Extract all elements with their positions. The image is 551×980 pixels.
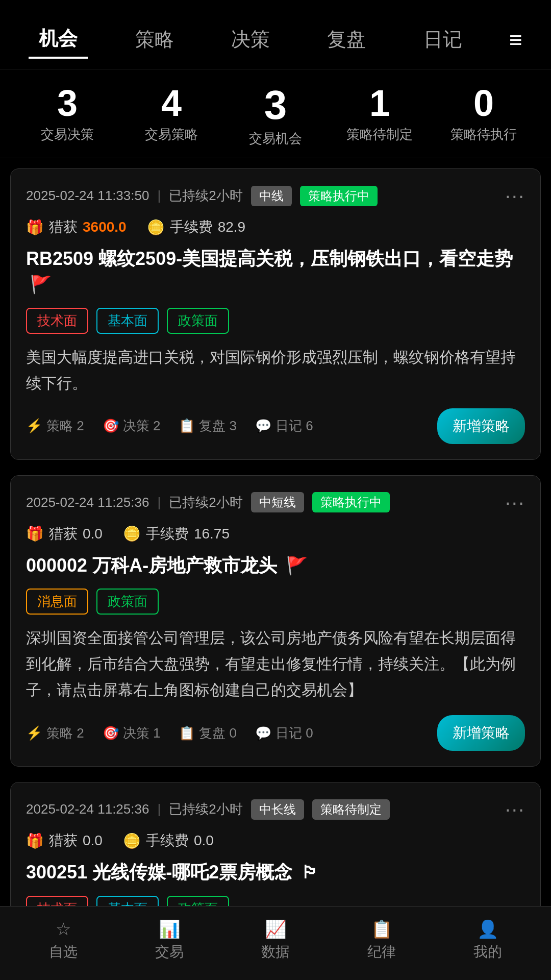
- card-2-more-button[interactable]: ···: [505, 491, 525, 514]
- stat-strategies: 4 交易策略: [119, 85, 223, 143]
- card-1-add-strategy-button[interactable]: 新增策略: [437, 408, 525, 444]
- card-3-duration: 已持续2小时: [169, 800, 242, 818]
- card-3-fee: 🪙 手续费 0.0: [123, 831, 214, 850]
- stat-opportunities: 3 交易机会: [223, 85, 328, 148]
- card-1-duration: 已持续2小时: [169, 187, 242, 205]
- card-3-title: 300251 光线传媒-哪吒2票房概念 🏳: [26, 860, 525, 885]
- card-3-line-badge: 中长线: [251, 799, 304, 820]
- card-1-title: RB2509 螺纹2509-美国提高关税，压制钢铁出口，看空走势 🚩: [26, 246, 525, 298]
- card-1-sep-1: |: [157, 188, 161, 204]
- card-3-header: 2025-02-24 11:25:36 | 已持续2小时 中长线 策略待制定 ·…: [26, 798, 525, 821]
- nav-item-diary[interactable]: 日记: [413, 21, 472, 58]
- card-1-more-button[interactable]: ···: [505, 184, 525, 207]
- card-3-more-button[interactable]: ···: [505, 798, 525, 821]
- card-1-footer-decision: 🎯 决策 2: [103, 417, 161, 435]
- data-icon: 📈: [265, 919, 286, 939]
- bottom-nav-data[interactable]: 📈 数据: [261, 919, 290, 962]
- stat-pending-strategy-number: 1: [328, 85, 432, 121]
- stat-pending-exec-number: 0: [432, 85, 536, 121]
- card-1-tag-technical[interactable]: 技术面: [26, 308, 88, 334]
- card-2-footer: ⚡ 策略 2 🎯 决策 1 📋 复盘 0 💬 日记 0 新增策略: [26, 715, 525, 751]
- card-2-profit-value: 0.0: [83, 526, 103, 542]
- card-1-profit-value: 3600.0: [83, 219, 127, 235]
- diary-icon-2: 💬: [255, 725, 271, 741]
- card-2-metrics: 🎁 猎获 0.0 🪙 手续费 16.75: [26, 524, 525, 544]
- card-1-footer-review: 📋 复盘 3: [179, 417, 237, 435]
- card-1-fee-value: 82.9: [218, 219, 246, 235]
- card-3-sep-1: |: [157, 801, 161, 817]
- stat-decisions-number: 3: [15, 85, 119, 121]
- card-1-line-badge: 中线: [251, 186, 292, 206]
- stat-strategies-number: 4: [119, 85, 223, 121]
- card-2-fee: 🪙 手续费 16.75: [123, 524, 230, 544]
- nav-item-opportunity[interactable]: 机会: [29, 20, 88, 59]
- trade-icon: 📊: [159, 919, 180, 939]
- card-1-profit: 🎁 猎获 3600.0: [26, 217, 127, 237]
- card-2-title: 000002 万科A-房地产救市龙头 🚩: [26, 553, 525, 578]
- card-1-profit-label: 猎获: [49, 217, 78, 237]
- card-1-review-count: 复盘 3: [199, 417, 237, 435]
- card-2-fee-label: 手续费: [146, 524, 189, 544]
- nav-item-review[interactable]: 复盘: [317, 21, 376, 58]
- stat-pending-strategy: 1 策略待制定: [328, 85, 432, 143]
- card-2-strategy-count: 策略 2: [46, 724, 84, 742]
- card-2-time: 2025-02-24 11:25:36: [26, 495, 149, 510]
- card-2-fee-value: 16.75: [194, 526, 230, 542]
- stat-opportunities-number: 3: [223, 85, 328, 126]
- fee-icon-3: 🪙: [123, 832, 141, 849]
- card-1-tag-fundamental[interactable]: 基本面: [96, 308, 159, 334]
- stat-decisions-label: 交易决策: [15, 126, 119, 143]
- trade-card-1: 2025-02-24 11:33:50 | 已持续2小时 中线 策略执行中 ··…: [10, 168, 541, 460]
- profit-icon: 🎁: [26, 219, 44, 236]
- card-3-time: 2025-02-24 11:25:36: [26, 801, 149, 817]
- card-2-footer-strategy: ⚡ 策略 2: [26, 724, 84, 742]
- review-icon: 📋: [179, 418, 195, 434]
- top-navigation: 机会 策略 决策 复盘 日记 ≡: [0, 0, 551, 69]
- card-2-footer-stats: ⚡ 策略 2 🎯 决策 1 📋 复盘 0 💬 日记 0: [26, 724, 313, 742]
- nav-item-decision[interactable]: 决策: [221, 21, 280, 58]
- diary-icon: 💬: [255, 418, 271, 434]
- nav-item-strategy[interactable]: 策略: [125, 21, 184, 58]
- bottom-nav-trade-label: 交易: [155, 942, 184, 962]
- bottom-nav-profile[interactable]: 👤 我的: [473, 919, 502, 962]
- strategy-icon-2: ⚡: [26, 725, 42, 741]
- bottom-nav-data-label: 数据: [261, 942, 290, 962]
- stat-pending-exec: 0 策略待执行: [432, 85, 536, 143]
- bottom-nav-discipline[interactable]: 📋 纪律: [367, 919, 396, 962]
- card-1-tag-policy[interactable]: 政策面: [167, 308, 229, 334]
- card-1-footer-strategy: ⚡ 策略 2: [26, 417, 84, 435]
- card-1-decision-count: 决策 2: [123, 417, 161, 435]
- card-2-status-badge: 策略执行中: [312, 492, 390, 512]
- stat-pending-strategy-label: 策略待制定: [328, 126, 432, 143]
- card-2-tags: 消息面 政策面: [26, 589, 525, 615]
- bottom-nav-watchlist[interactable]: ☆ 自选: [49, 919, 78, 962]
- stat-opportunities-label: 交易机会: [223, 130, 328, 148]
- strategy-icon: ⚡: [26, 418, 42, 434]
- decision-icon: 🎯: [103, 418, 119, 434]
- trade-card-2: 2025-02-24 11:25:36 | 已持续2小时 中短线 策略执行中 ·…: [10, 475, 541, 767]
- card-2-footer-review: 📋 复盘 0: [179, 724, 237, 742]
- card-2-profit: 🎁 猎获 0.0: [26, 524, 103, 544]
- stats-row: 3 交易决策 4 交易策略 3 交易机会 1 策略待制定 0 策略待执行: [0, 69, 551, 158]
- card-1-metrics: 🎁 猎获 3600.0 🪙 手续费 82.9: [26, 217, 525, 237]
- card-1-fee: 🪙 手续费 82.9: [147, 217, 246, 237]
- card-2-body: 深圳国资全面接管公司管理层，该公司房地产债务风险有望在长期层面得到化解，后市结合…: [26, 625, 525, 703]
- card-2-line-badge: 中短线: [251, 492, 304, 512]
- profit-icon-3: 🎁: [26, 832, 44, 849]
- card-2-footer-diary: 💬 日记 0: [255, 724, 313, 742]
- card-3-metrics: 🎁 猎获 0.0 🪙 手续费 0.0: [26, 831, 525, 850]
- card-1-time: 2025-02-24 11:33:50: [26, 188, 149, 204]
- stat-decisions: 3 交易决策: [15, 85, 119, 143]
- card-2-add-strategy-button[interactable]: 新增策略: [437, 715, 525, 751]
- menu-icon[interactable]: ≡: [509, 27, 522, 53]
- discipline-icon: 📋: [371, 919, 392, 939]
- bottom-nav-trade[interactable]: 📊 交易: [155, 919, 184, 962]
- card-3-fee-label: 手续费: [146, 831, 189, 850]
- fee-icon: 🪙: [147, 219, 165, 236]
- card-2-footer-decision: 🎯 决策 1: [103, 724, 161, 742]
- card-2-sep-1: |: [157, 495, 161, 510]
- card-2-tag-news[interactable]: 消息面: [26, 589, 88, 615]
- card-1-footer: ⚡ 策略 2 🎯 决策 2 📋 复盘 3 💬 日记 6 新增策略: [26, 408, 525, 444]
- card-1-footer-stats: ⚡ 策略 2 🎯 决策 2 📋 复盘 3 💬 日记 6: [26, 417, 313, 435]
- card-2-tag-policy[interactable]: 政策面: [96, 589, 159, 615]
